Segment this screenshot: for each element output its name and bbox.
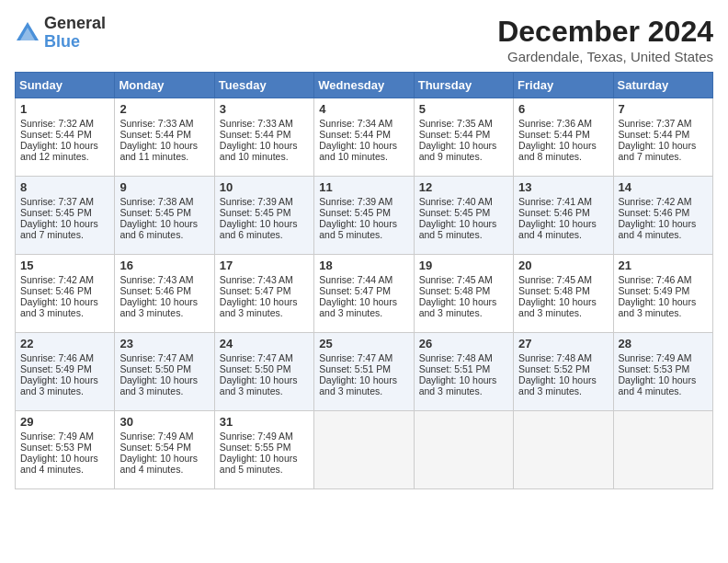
sunrise: Sunrise: 7:47 AM: [220, 352, 293, 363]
header: General Blue December 2024 Gardendale, T…: [15, 15, 713, 64]
sunrise: Sunrise: 7:40 AM: [419, 196, 493, 207]
sunrise: Sunrise: 7:43 AM: [119, 274, 193, 285]
logo-general: General: [44, 14, 106, 32]
sunrise: Sunrise: 7:47 AM: [119, 352, 193, 363]
sunrise: Sunrise: 7:33 AM: [119, 118, 193, 129]
sunrise: Sunrise: 7:49 AM: [220, 431, 293, 442]
calendar-cell: 6 Sunrise: 7:36 AM Sunset: 5:44 PM Dayli…: [514, 98, 613, 177]
sunset: Sunset: 5:49 PM: [20, 363, 92, 374]
calendar-cell: 12 Sunrise: 7:40 AM Sunset: 5:45 PM Dayl…: [414, 177, 513, 255]
title-section: December 2024 Gardendale, Texas, United …: [497, 15, 713, 64]
sunset: Sunset: 5:44 PM: [119, 129, 191, 140]
sunset: Sunset: 5:55 PM: [220, 442, 291, 453]
sunset: Sunset: 5:51 PM: [319, 363, 391, 374]
daylight: Daylight: 10 hours and 4 minutes.: [619, 218, 697, 240]
sunrise: Sunrise: 7:38 AM: [119, 196, 193, 207]
day-number: 20: [518, 259, 608, 272]
day-number: 21: [619, 259, 708, 272]
day-number: 29: [20, 415, 109, 429]
daylight: Daylight: 10 hours and 5 minutes.: [220, 453, 298, 475]
sunset: Sunset: 5:50 PM: [119, 363, 191, 374]
sunset: Sunset: 5:44 PM: [20, 129, 92, 140]
day-number: 5: [419, 102, 508, 116]
logo-icon: [15, 20, 40, 46]
sunset: Sunset: 5:44 PM: [619, 129, 690, 140]
calendar-cell: 27 Sunrise: 7:48 AM Sunset: 5:52 PM Dayl…: [514, 333, 613, 411]
daylight: Daylight: 10 hours and 3 minutes.: [220, 296, 298, 318]
daylight: Daylight: 10 hours and 3 minutes.: [119, 296, 198, 318]
sunset: Sunset: 5:44 PM: [419, 129, 491, 140]
sunset: Sunset: 5:45 PM: [20, 207, 92, 218]
calendar-cell: 16 Sunrise: 7:43 AM Sunset: 5:46 PM Dayl…: [115, 255, 214, 333]
sunrise: Sunrise: 7:45 AM: [518, 274, 592, 285]
sunrise: Sunrise: 7:48 AM: [419, 352, 493, 363]
sunrise: Sunrise: 7:35 AM: [419, 118, 493, 129]
day-number: 8: [20, 180, 109, 194]
daylight: Daylight: 10 hours and 4 minutes.: [518, 218, 597, 240]
day-number: 16: [119, 259, 209, 272]
sunset: Sunset: 5:54 PM: [119, 442, 191, 453]
day-number: 17: [220, 259, 309, 272]
daylight: Daylight: 10 hours and 3 minutes.: [20, 296, 98, 318]
sunset: Sunset: 5:47 PM: [220, 285, 291, 296]
col-tuesday: Tuesday: [214, 73, 313, 98]
sunrise: Sunrise: 7:36 AM: [518, 118, 592, 129]
calendar-table: Sunday Monday Tuesday Wednesday Thursday…: [15, 72, 713, 489]
daylight: Daylight: 10 hours and 10 minutes.: [220, 140, 298, 162]
daylight: Daylight: 10 hours and 6 minutes.: [220, 218, 298, 240]
sunrise: Sunrise: 7:45 AM: [419, 274, 493, 285]
sunrise: Sunrise: 7:46 AM: [619, 274, 692, 285]
sunset: Sunset: 5:49 PM: [619, 285, 690, 296]
sunset: Sunset: 5:44 PM: [220, 129, 291, 140]
sunrise: Sunrise: 7:48 AM: [518, 352, 592, 363]
day-number: 25: [319, 337, 408, 350]
calendar-cell: 30 Sunrise: 7:49 AM Sunset: 5:54 PM Dayl…: [115, 411, 214, 489]
col-monday: Monday: [115, 73, 214, 98]
daylight: Daylight: 10 hours and 9 minutes.: [419, 140, 497, 162]
sunset: Sunset: 5:44 PM: [518, 129, 590, 140]
daylight: Daylight: 10 hours and 10 minutes.: [319, 140, 397, 162]
calendar-cell: 22 Sunrise: 7:46 AM Sunset: 5:49 PM Dayl…: [16, 333, 115, 411]
daylight: Daylight: 10 hours and 7 minutes.: [20, 218, 98, 240]
day-number: 26: [419, 337, 508, 350]
day-number: 30: [119, 415, 209, 429]
sunset: Sunset: 5:48 PM: [419, 285, 491, 296]
calendar-cell: [314, 411, 414, 489]
daylight: Daylight: 10 hours and 3 minutes.: [20, 374, 98, 396]
daylight: Daylight: 10 hours and 3 minutes.: [419, 374, 497, 396]
day-number: 22: [20, 337, 109, 350]
day-number: 10: [220, 180, 309, 194]
day-number: 1: [20, 102, 109, 116]
daylight: Daylight: 10 hours and 3 minutes.: [319, 374, 397, 396]
calendar-cell: 31 Sunrise: 7:49 AM Sunset: 5:55 PM Dayl…: [214, 411, 313, 489]
daylight: Daylight: 10 hours and 6 minutes.: [119, 218, 198, 240]
calendar-cell: 1 Sunrise: 7:32 AM Sunset: 5:44 PM Dayli…: [16, 98, 115, 177]
sunrise: Sunrise: 7:33 AM: [220, 118, 293, 129]
sunset: Sunset: 5:46 PM: [518, 207, 590, 218]
sunrise: Sunrise: 7:44 AM: [319, 274, 392, 285]
sunset: Sunset: 5:46 PM: [119, 285, 191, 296]
calendar-cell: 28 Sunrise: 7:49 AM Sunset: 5:53 PM Dayl…: [613, 333, 712, 411]
sunset: Sunset: 5:45 PM: [119, 207, 191, 218]
sunrise: Sunrise: 7:37 AM: [20, 196, 94, 207]
sunrise: Sunrise: 7:49 AM: [20, 431, 94, 442]
calendar-cell: 7 Sunrise: 7:37 AM Sunset: 5:44 PM Dayli…: [613, 98, 712, 177]
calendar-week-1: 8 Sunrise: 7:37 AM Sunset: 5:45 PM Dayli…: [16, 177, 713, 255]
col-wednesday: Wednesday: [314, 73, 414, 98]
logo-blue: Blue: [44, 32, 80, 51]
sunrise: Sunrise: 7:43 AM: [220, 274, 293, 285]
location: Gardendale, Texas, United States: [497, 49, 713, 64]
calendar-cell: 15 Sunrise: 7:42 AM Sunset: 5:46 PM Dayl…: [16, 255, 115, 333]
day-number: 19: [419, 259, 508, 272]
day-number: 3: [220, 102, 309, 116]
sunset: Sunset: 5:51 PM: [419, 363, 491, 374]
sunset: Sunset: 5:48 PM: [518, 285, 590, 296]
page-container: General Blue December 2024 Gardendale, T…: [15, 15, 713, 489]
daylight: Daylight: 10 hours and 4 minutes.: [20, 453, 98, 475]
day-number: 12: [419, 180, 508, 194]
day-number: 31: [220, 415, 309, 429]
calendar-cell: 11 Sunrise: 7:39 AM Sunset: 5:45 PM Dayl…: [314, 177, 414, 255]
sunset: Sunset: 5:45 PM: [419, 207, 491, 218]
sunset: Sunset: 5:53 PM: [619, 363, 690, 374]
day-number: 9: [119, 180, 209, 194]
